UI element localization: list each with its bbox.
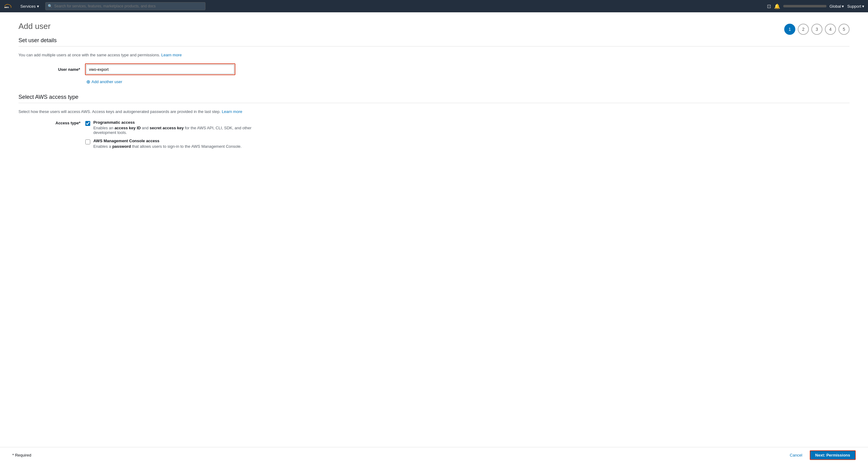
username-label: User name* [56, 67, 80, 72]
plus-icon: ⊕ [86, 79, 90, 85]
console-access-title: AWS Management Console access [93, 138, 242, 143]
access-type-label: Access type* [56, 120, 81, 125]
access-type-desc: Select how these users will access AWS. … [19, 109, 849, 114]
wizard-steps: 1 2 3 4 5 [784, 24, 849, 35]
services-chevron-icon: ▾ [37, 4, 39, 9]
page-title: Add user [19, 22, 849, 31]
user-details-divider [19, 46, 849, 46]
wizard-step-1: 1 [784, 24, 795, 35]
main-content: Add user 1 2 3 4 5 Set user details You … [0, 12, 868, 463]
support-chevron-icon: ▾ [862, 4, 864, 9]
region-chevron-icon: ▾ [842, 4, 844, 9]
wizard-step-4: 4 [825, 24, 836, 35]
services-menu[interactable]: Services ▾ [20, 4, 39, 9]
bell-icon[interactable]: 🔔 [774, 3, 780, 9]
nav-right-area: ⊡ 🔔 Global ▾ Support ▾ [767, 3, 864, 9]
console-access-desc: Enables a password that allows users to … [93, 144, 242, 149]
svg-text:aws: aws [4, 6, 9, 9]
search-bar: 🔍 [45, 2, 206, 10]
search-input[interactable] [45, 2, 206, 10]
footer: * Required Cancel Next: Permissions [0, 447, 868, 463]
access-type-section-title: Select AWS access type [19, 94, 849, 100]
access-type-divider [19, 103, 849, 103]
console-access-option: AWS Management Console access Enables a … [85, 138, 253, 149]
terminal-icon[interactable]: ⊡ [767, 3, 771, 9]
user-account-bar[interactable] [783, 5, 827, 7]
wizard-step-3: 3 [811, 24, 823, 35]
wizard-step-2: 2 [798, 24, 809, 35]
user-details-section-title: Set user details [19, 37, 849, 44]
add-another-user-link[interactable]: ⊕ Add another user [19, 79, 849, 85]
access-options: Programmatic access Enables an access ke… [85, 120, 253, 149]
programmatic-access-title: Programmatic access [93, 120, 253, 125]
support-label: Support [847, 4, 861, 9]
region-selector[interactable]: Global ▾ [830, 4, 844, 9]
user-details-learn-more[interactable]: Learn more [161, 53, 181, 57]
programmatic-access-desc: Enables an access key ID and secret acce… [93, 126, 253, 135]
aws-logo[interactable]: aws [4, 3, 16, 9]
services-label: Services [20, 4, 36, 9]
cancel-button[interactable]: Cancel [786, 451, 806, 459]
programmatic-access-option: Programmatic access Enables an access ke… [85, 120, 253, 135]
username-row: User name* [19, 63, 849, 75]
access-type-row: Access type* Programmatic access Enables… [19, 120, 849, 149]
user-details-desc: You can add multiple users at once with … [19, 53, 849, 57]
footer-actions: Cancel Next: Permissions [786, 451, 856, 460]
console-access-checkbox[interactable] [85, 139, 90, 144]
top-navigation: aws Services ▾ 🔍 ⊡ 🔔 Global ▾ Support ▾ [0, 0, 868, 12]
search-icon: 🔍 [48, 4, 52, 8]
support-menu[interactable]: Support ▾ [847, 4, 864, 9]
wizard-step-5: 5 [838, 24, 849, 35]
programmatic-access-checkbox[interactable] [85, 121, 90, 126]
username-input[interactable] [86, 65, 234, 74]
region-label: Global [830, 4, 841, 9]
required-label: * Required [12, 453, 31, 458]
next-permissions-button[interactable]: Next: Permissions [810, 451, 856, 460]
username-input-wrapper [85, 63, 235, 75]
access-type-learn-more[interactable]: Learn more [222, 109, 242, 114]
